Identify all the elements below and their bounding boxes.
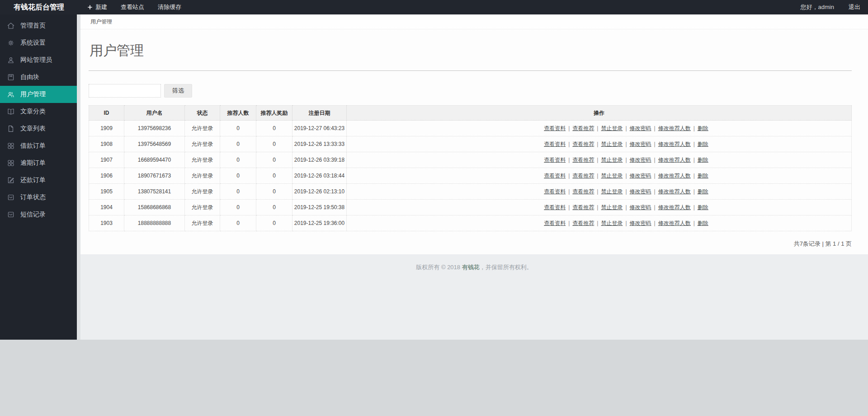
copyright-prefix: 版权所有 © 2018 bbox=[416, 264, 462, 271]
action-view-referrals[interactable]: 查看推荐 bbox=[572, 125, 594, 131]
action-delete[interactable]: 删除 bbox=[698, 204, 708, 210]
action-change-referral-count[interactable]: 修改推荐人数 bbox=[658, 141, 691, 147]
logout-button[interactable]: 退出 bbox=[849, 3, 860, 11]
action-view-profile[interactable]: 查看资料 bbox=[544, 220, 566, 226]
sidebar-item-label: 借款订单 bbox=[20, 142, 46, 150]
sidebar-item-free-blocks[interactable]: 自由块 bbox=[0, 69, 77, 86]
sidebar-gutter bbox=[77, 14, 80, 340]
action-view-profile[interactable]: 查看资料 bbox=[544, 204, 566, 210]
action-view-referrals[interactable]: 查看推荐 bbox=[572, 141, 594, 147]
topbar-new-button[interactable]: 新建 bbox=[80, 0, 114, 14]
table-row: 1904 15868686868 允许登录 0 0 2019-12-25 19:… bbox=[89, 200, 852, 215]
cell-referral-reward: 0 bbox=[256, 200, 292, 215]
action-forbid-login[interactable]: 禁止登录 bbox=[601, 173, 623, 179]
sidebar-item-label: 订单状态 bbox=[20, 193, 46, 201]
action-view-referrals[interactable]: 查看推荐 bbox=[572, 220, 594, 226]
action-change-referral-count[interactable]: 修改推荐人数 bbox=[658, 173, 691, 179]
action-forbid-login[interactable]: 禁止登录 bbox=[601, 204, 623, 210]
action-change-referral-count[interactable]: 修改推荐人数 bbox=[658, 157, 691, 163]
table-row: 1907 16689594470 允许登录 0 0 2019-12-26 03:… bbox=[89, 152, 852, 168]
action-delete[interactable]: 删除 bbox=[698, 141, 708, 147]
action-separator: | bbox=[625, 173, 627, 179]
action-delete[interactable]: 删除 bbox=[698, 157, 708, 163]
action-view-profile[interactable]: 查看资料 bbox=[544, 173, 566, 179]
action-separator: | bbox=[654, 220, 656, 226]
sidebar-item-loan-orders[interactable]: 借款订单 bbox=[0, 137, 77, 154]
action-change-referral-count[interactable]: 修改推荐人数 bbox=[658, 204, 691, 210]
sidebar-item-dashboard[interactable]: 管理首页 bbox=[0, 17, 77, 34]
action-change-password[interactable]: 修改密码 bbox=[630, 173, 651, 179]
action-change-referral-count[interactable]: 修改推荐人数 bbox=[658, 188, 691, 195]
action-change-password[interactable]: 修改密码 bbox=[630, 141, 651, 147]
topbar-view-site-button[interactable]: 查看站点 bbox=[114, 0, 151, 14]
action-separator: | bbox=[625, 188, 627, 195]
action-view-profile[interactable]: 查看资料 bbox=[544, 157, 566, 163]
action-view-referrals[interactable]: 查看推荐 bbox=[572, 173, 594, 179]
col-header-referrals: 推荐人数 bbox=[220, 106, 256, 121]
table-row: 1909 13975698236 允许登录 0 0 2019-12-27 06:… bbox=[89, 121, 852, 136]
action-forbid-login[interactable]: 禁止登录 bbox=[601, 188, 623, 195]
user-icon bbox=[7, 56, 15, 64]
sidebar-item-user-management[interactable]: 用户管理 bbox=[0, 86, 77, 103]
cell-status: 允许登录 bbox=[185, 152, 220, 168]
copyright-brand: 有钱花 bbox=[462, 264, 480, 271]
action-change-password[interactable]: 修改密码 bbox=[630, 220, 651, 226]
cell-referrals: 0 bbox=[220, 200, 256, 215]
sidebar-item-label: 网站管理员 bbox=[20, 56, 52, 64]
topbar-clear-cache-button[interactable]: 清除缓存 bbox=[151, 0, 188, 14]
sidebar-item-site-admins[interactable]: 网站管理员 bbox=[0, 51, 77, 69]
sidebar-item-article-list[interactable]: 文章列表 bbox=[0, 120, 77, 137]
table-row: 1903 18888888888 允许登录 0 0 2019-12-25 19:… bbox=[89, 215, 852, 231]
action-view-referrals[interactable]: 查看推荐 bbox=[572, 204, 594, 210]
sidebar-item-system-settings[interactable]: 系统设置 bbox=[0, 34, 77, 51]
home-icon bbox=[7, 22, 15, 30]
action-separator: | bbox=[568, 157, 570, 163]
sidebar-item-repayment-orders[interactable]: 还款订单 bbox=[0, 172, 77, 189]
action-forbid-login[interactable]: 禁止登录 bbox=[601, 141, 623, 147]
action-view-referrals[interactable]: 查看推荐 bbox=[572, 188, 594, 195]
sidebar-item-sms-records[interactable]: 短信记录 bbox=[0, 206, 77, 223]
action-separator: | bbox=[654, 157, 656, 163]
breadcrumb-item: 用户管理 bbox=[90, 19, 112, 25]
cell-username: 16689594470 bbox=[124, 152, 185, 168]
sidebar-item-label: 用户管理 bbox=[20, 90, 46, 98]
action-view-profile[interactable]: 查看资料 bbox=[544, 125, 566, 131]
users-icon bbox=[7, 90, 15, 98]
title-divider bbox=[89, 70, 852, 71]
sidebar-item-article-categories[interactable]: 文章分类 bbox=[0, 103, 77, 120]
topbar-view-site-label: 查看站点 bbox=[121, 3, 144, 11]
content-panel: 用户管理 筛选 ID 用户名 状态 推荐人数 推荐人奖励 bbox=[80, 29, 868, 254]
action-forbid-login[interactable]: 禁止登录 bbox=[601, 220, 623, 226]
action-delete[interactable]: 删除 bbox=[698, 220, 708, 226]
action-separator: | bbox=[597, 188, 598, 195]
filter-button[interactable]: 筛选 bbox=[164, 84, 192, 98]
action-change-password[interactable]: 修改密码 bbox=[630, 125, 651, 131]
action-view-profile[interactable]: 查看资料 bbox=[544, 141, 566, 147]
action-change-password[interactable]: 修改密码 bbox=[630, 188, 651, 195]
action-view-referrals[interactable]: 查看推荐 bbox=[572, 157, 594, 163]
action-separator: | bbox=[597, 157, 598, 163]
cell-actions: 查看资料|查看推荐|禁止登录|修改密码|修改推荐人数|删除 bbox=[347, 215, 852, 231]
col-header-id: ID bbox=[89, 106, 124, 121]
action-forbid-login[interactable]: 禁止登录 bbox=[601, 157, 623, 163]
action-separator: | bbox=[597, 125, 598, 131]
cell-actions: 查看资料|查看推荐|禁止登录|修改密码|修改推荐人数|删除 bbox=[347, 168, 852, 184]
action-change-referral-count[interactable]: 修改推荐人数 bbox=[658, 220, 691, 226]
action-delete[interactable]: 删除 bbox=[698, 125, 708, 131]
breadcrumb: 用户管理 bbox=[80, 14, 868, 29]
sidebar-item-order-status[interactable]: 订单状态 bbox=[0, 189, 77, 206]
filter-input[interactable] bbox=[89, 84, 161, 98]
action-separator: | bbox=[693, 125, 695, 131]
action-separator: | bbox=[568, 188, 570, 195]
cell-referral-reward: 0 bbox=[256, 136, 292, 152]
action-delete[interactable]: 删除 bbox=[698, 188, 708, 195]
action-view-profile[interactable]: 查看资料 bbox=[544, 188, 566, 195]
topbar-right: 您好，admin 退出 bbox=[801, 3, 868, 11]
action-change-password[interactable]: 修改密码 bbox=[630, 204, 651, 210]
action-delete[interactable]: 删除 bbox=[698, 173, 708, 179]
action-change-referral-count[interactable]: 修改推荐人数 bbox=[658, 125, 691, 131]
action-forbid-login[interactable]: 禁止登录 bbox=[601, 125, 623, 131]
action-separator: | bbox=[568, 125, 570, 131]
action-change-password[interactable]: 修改密码 bbox=[630, 157, 651, 163]
sidebar-item-overdue-orders[interactable]: 逾期订单 bbox=[0, 154, 77, 172]
